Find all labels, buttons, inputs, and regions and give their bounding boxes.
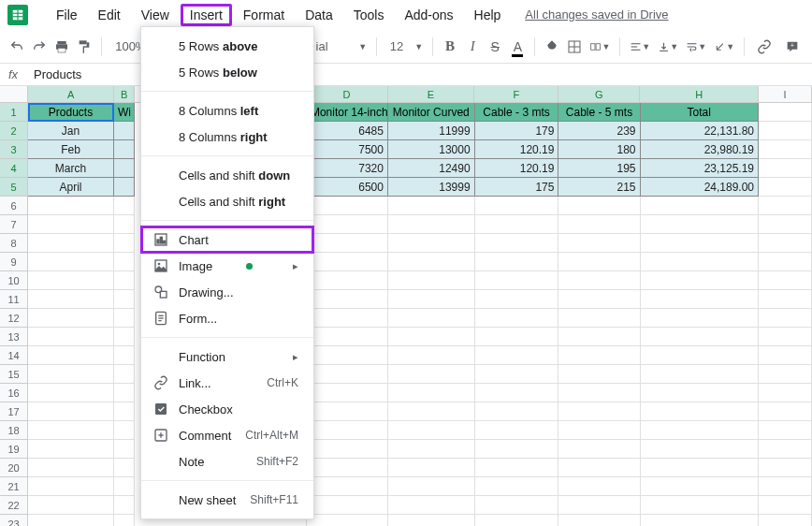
cell[interactable]: Cable - 3 mts <box>475 103 559 122</box>
cell[interactable] <box>759 459 812 477</box>
cell[interactable] <box>558 365 640 384</box>
cell[interactable]: 12490 <box>388 159 475 178</box>
insert-rows-above[interactable]: 5 Rows above <box>141 33 313 59</box>
cell[interactable] <box>114 159 135 178</box>
cell[interactable] <box>475 309 559 328</box>
cell[interactable] <box>641 515 760 526</box>
print-button[interactable] <box>54 37 69 57</box>
cell[interactable] <box>28 402 114 421</box>
cell[interactable] <box>759 309 812 328</box>
select-all-corner[interactable] <box>0 86 28 102</box>
cell[interactable]: 120.19 <box>475 159 559 178</box>
cell[interactable] <box>114 440 135 459</box>
row-header[interactable]: 20 <box>0 459 28 477</box>
cell[interactable] <box>558 197 640 215</box>
cell[interactable]: 13999 <box>388 178 475 197</box>
cell[interactable] <box>388 197 475 215</box>
cell[interactable] <box>641 271 760 290</box>
insert-rows-below[interactable]: 5 Rows below <box>141 59 313 85</box>
insert-image[interactable]: Image ▸ <box>141 253 313 279</box>
cell[interactable] <box>388 477 475 496</box>
cell[interactable]: Products <box>28 103 114 122</box>
cell[interactable] <box>759 365 812 384</box>
row-header[interactable]: 10 <box>0 271 28 290</box>
row-header[interactable]: 23 <box>0 515 28 526</box>
cell[interactable] <box>28 440 114 459</box>
menu-edit[interactable]: Edit <box>89 4 130 26</box>
col-header-d[interactable]: D <box>307 86 388 102</box>
col-header-a[interactable]: A <box>28 86 114 102</box>
cell[interactable] <box>641 309 760 328</box>
cell[interactable] <box>307 346 388 365</box>
cell[interactable] <box>114 365 135 384</box>
cell[interactable] <box>28 346 114 365</box>
cell[interactable] <box>388 234 475 253</box>
menu-insert[interactable]: Insert <box>181 4 232 26</box>
cell[interactable] <box>28 365 114 384</box>
redo-button[interactable] <box>32 37 47 57</box>
cell[interactable] <box>759 477 812 496</box>
insert-cells-right[interactable]: Cells and shift right <box>141 188 313 214</box>
cell[interactable]: 7320 <box>307 159 388 178</box>
cell[interactable] <box>114 477 135 496</box>
cell[interactable] <box>28 253 114 271</box>
cell[interactable] <box>759 421 812 440</box>
cell[interactable] <box>307 384 388 402</box>
cell[interactable]: Feb <box>28 140 114 159</box>
cell[interactable] <box>307 402 388 421</box>
cell[interactable] <box>641 328 760 346</box>
cell[interactable] <box>114 178 135 197</box>
save-status-link[interactable]: All changes saved in Drive <box>525 7 668 22</box>
insert-form[interactable]: Form... <box>141 305 313 331</box>
menu-format[interactable]: Format <box>234 4 294 26</box>
cell[interactable]: 7500 <box>307 140 388 159</box>
col-header-b[interactable]: B <box>114 86 135 102</box>
row-header[interactable]: 4 <box>0 159 28 178</box>
cell[interactable] <box>475 253 559 271</box>
cell[interactable]: 180 <box>558 140 640 159</box>
cell[interactable] <box>475 197 559 215</box>
row-header[interactable]: 17 <box>0 402 28 421</box>
row-header[interactable]: 15 <box>0 365 28 384</box>
comment-button[interactable]: + <box>782 37 803 57</box>
cell[interactable] <box>558 402 640 421</box>
cell[interactable] <box>114 253 135 271</box>
cell[interactable]: 6485 <box>307 122 388 140</box>
link-button[interactable] <box>754 37 775 57</box>
row-header[interactable]: 18 <box>0 421 28 440</box>
col-header-g[interactable]: G <box>558 86 640 102</box>
cell[interactable] <box>475 496 559 515</box>
cell[interactable]: 195 <box>558 159 640 178</box>
cell[interactable] <box>28 515 114 526</box>
cell[interactable]: Monitor Curved <box>388 103 475 122</box>
cell[interactable] <box>307 271 388 290</box>
cell[interactable] <box>641 496 760 515</box>
cell[interactable]: 120.19 <box>475 140 559 159</box>
cell[interactable]: Total <box>641 103 760 122</box>
cell[interactable] <box>759 328 812 346</box>
wrap-button[interactable]: ▼ <box>686 37 706 57</box>
cell[interactable]: Cable - 5 mts <box>558 103 640 122</box>
row-header[interactable]: 1 <box>0 103 28 122</box>
cell[interactable] <box>114 271 135 290</box>
cell[interactable] <box>307 215 388 234</box>
row-header[interactable]: 21 <box>0 477 28 496</box>
insert-chart[interactable]: Chart <box>141 226 313 253</box>
cell[interactable]: 23,125.19 <box>641 159 760 178</box>
row-header[interactable]: 9 <box>0 253 28 271</box>
cell[interactable] <box>28 309 114 328</box>
menu-tools[interactable]: Tools <box>344 4 394 26</box>
fill-color-button[interactable] <box>544 37 559 57</box>
cell[interactable] <box>307 496 388 515</box>
cell[interactable] <box>759 346 812 365</box>
cell[interactable] <box>641 215 760 234</box>
cell[interactable]: Monitor 14-inch <box>307 103 388 122</box>
cell[interactable] <box>114 140 135 159</box>
row-header[interactable]: 6 <box>0 197 28 215</box>
cell[interactable] <box>307 309 388 328</box>
cell[interactable] <box>307 234 388 253</box>
cell[interactable] <box>558 271 640 290</box>
cell[interactable] <box>759 271 812 290</box>
col-header-e[interactable]: E <box>388 86 475 102</box>
cell[interactable] <box>28 290 114 309</box>
